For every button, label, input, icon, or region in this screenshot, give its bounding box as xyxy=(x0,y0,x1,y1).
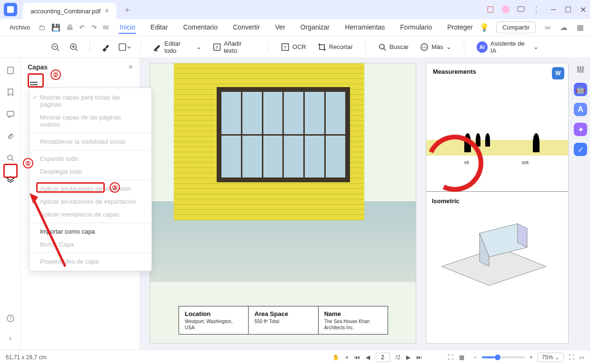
highlighter-icon[interactable] xyxy=(99,39,113,55)
share-button[interactable]: Compartir xyxy=(496,21,536,33)
last-page-icon[interactable]: ⏭ xyxy=(416,354,422,361)
document-tab[interactable]: accounting_Combinar.pdf × xyxy=(23,3,117,19)
fullscreen-icon[interactable]: ⛶ xyxy=(569,354,574,361)
svg-point-21 xyxy=(426,47,427,48)
menu-herramientas[interactable]: Herramientas xyxy=(344,21,386,34)
crop-button[interactable]: Recortar xyxy=(314,41,357,53)
menu-organizar[interactable]: Organizar xyxy=(300,21,330,34)
shape-dropdown-icon[interactable] xyxy=(117,39,132,55)
collapse-panel-icon[interactable]: ‹ xyxy=(5,333,16,344)
menu-formulario[interactable]: Formulario xyxy=(399,21,433,34)
more-options-icon[interactable]: ⋮ xyxy=(532,5,540,14)
first-page-icon[interactable]: ⏮ xyxy=(354,354,360,361)
area-val: 550 ft² Total xyxy=(254,318,312,325)
view-mode-icon[interactable]: ▦ xyxy=(459,354,464,361)
reading-mode-icon[interactable]: ▭ xyxy=(579,354,584,361)
settings-sliders-icon[interactable] xyxy=(574,63,587,76)
avatar-icon[interactable] xyxy=(501,5,510,14)
svg-point-39 xyxy=(580,70,581,72)
menu-convertir[interactable]: Convertir xyxy=(232,21,261,34)
bookmarks-icon[interactable] xyxy=(5,87,16,98)
save-icon[interactable]: 💾 xyxy=(51,23,60,32)
menu-expand-all[interactable]: Expandir todo xyxy=(30,152,151,165)
menu-file[interactable]: Archivo xyxy=(6,22,34,33)
next-page-icon[interactable]: ▶ xyxy=(406,354,410,361)
open-file-icon[interactable]: 🗀 xyxy=(39,23,46,32)
undo-icon[interactable]: ↶ xyxy=(79,23,85,32)
menu-ver[interactable]: Ver xyxy=(274,21,286,34)
ocr-button[interactable]: T OCR xyxy=(277,41,310,53)
toolbar: Editar todo ⌄ T Añadir texto T OCR Recor… xyxy=(0,36,590,58)
coords-label: 61,71 x 29,7 cm xyxy=(6,354,46,361)
hand-tool-icon[interactable]: ✋ xyxy=(332,354,340,361)
menu-reset-visibility[interactable]: Restablecer la visibilidad inicial xyxy=(30,135,151,148)
zoom-in-icon[interactable] xyxy=(66,39,81,55)
close-tab-icon[interactable]: × xyxy=(104,7,109,15)
fit-page-icon[interactable]: ⛶ xyxy=(448,354,453,361)
dim-30ft: 30ft xyxy=(521,160,529,165)
minimize-button[interactable]: ─ xyxy=(551,5,556,14)
redo-icon[interactable]: ↷ xyxy=(91,23,97,32)
attachments-icon[interactable] xyxy=(5,130,16,142)
menu-delete-layer[interactable]: Borrar Capa xyxy=(30,238,151,251)
menu-layer-properties[interactable]: Propiedades de capa xyxy=(30,255,151,268)
add-text-button[interactable]: T Añadir texto xyxy=(209,38,260,56)
app-logo[interactable] xyxy=(4,3,17,16)
menu-show-all-pages[interactable]: Mostrar capas para todas las páginas xyxy=(30,91,151,111)
cloud-icon[interactable]: ☁ xyxy=(560,23,568,32)
prev-page-icon[interactable]: ◀ xyxy=(366,354,370,361)
document-viewport[interactable]: Location Westport, Washington, USA Area … xyxy=(140,58,590,350)
grid-icon[interactable]: ▦ xyxy=(576,23,584,32)
word-export-icon[interactable]: W xyxy=(552,67,564,79)
zoom-slider[interactable] xyxy=(482,356,525,358)
mail-icon[interactable]: ✉ xyxy=(103,23,109,32)
zoom-out-icon[interactable] xyxy=(48,39,62,55)
help-icon[interactable]: ? xyxy=(5,313,16,324)
app-a-icon[interactable]: A xyxy=(574,103,587,116)
menu-proteger[interactable]: Proteger xyxy=(446,21,474,34)
chat-icon[interactable] xyxy=(517,5,525,14)
checklist-icon[interactable]: ✓ xyxy=(574,143,587,156)
menu-apply-replace[interactable]: Aplicar reemplazos de capas xyxy=(30,208,151,221)
zoom-out-btn[interactable]: − xyxy=(474,354,477,361)
edit-all-button[interactable]: Editar todo ⌄ xyxy=(150,38,205,56)
thumbnails-icon[interactable] xyxy=(5,65,16,76)
zoom-controls: − + 75% ⌄ ⛶ ▭ xyxy=(474,353,584,362)
comments-icon[interactable] xyxy=(5,108,16,120)
more-icon xyxy=(420,43,429,51)
search-panel-icon[interactable] xyxy=(5,152,16,164)
tab-title: accounting_Combinar.pdf xyxy=(30,8,100,15)
close-panel-icon[interactable]: × xyxy=(129,63,133,71)
maximize-button[interactable]: ☐ xyxy=(565,5,571,14)
zoom-in-btn[interactable]: + xyxy=(530,354,533,361)
menu-comentario[interactable]: Comentario xyxy=(182,21,219,34)
menu-apply-export[interactable]: Aplicar anulaciones de exportación xyxy=(30,195,151,208)
isometric-title: Isometric xyxy=(432,197,562,205)
add-tab-button[interactable]: ＋ xyxy=(120,3,134,16)
page-current-input[interactable] xyxy=(376,353,390,362)
svg-text:T: T xyxy=(284,45,287,50)
notification-icon[interactable] xyxy=(486,5,495,14)
menu-show-visible[interactable]: Mostrar capas de las páginas visibles xyxy=(30,111,151,131)
menu-inicio[interactable]: Inicio xyxy=(119,21,136,34)
search-button[interactable]: Buscar xyxy=(374,41,412,53)
layers-icon[interactable] xyxy=(5,174,16,186)
menu-import-as-layer[interactable]: Importar como capa xyxy=(30,225,151,238)
svg-point-16 xyxy=(380,44,384,49)
menu-editar[interactable]: Editar xyxy=(150,21,169,34)
close-button[interactable]: ✕ xyxy=(580,5,586,14)
svg-line-17 xyxy=(384,49,386,50)
menu-apply-print[interactable]: Aplicar anulaciones de impresión xyxy=(30,182,151,195)
ai-label: Asistente de IA xyxy=(490,40,530,54)
lightbulb-icon[interactable]: 💡 xyxy=(480,23,489,32)
svg-point-40 xyxy=(582,68,584,69)
print-icon[interactable]: 🖶 xyxy=(66,23,73,32)
extension-icon[interactable]: ✦ xyxy=(574,123,587,136)
menu-collapse-all[interactable]: Desplegar todo xyxy=(30,165,151,178)
share-link-icon[interactable]: ⫘ xyxy=(543,23,552,32)
ai-assistant-button[interactable]: AI Asistente de IA ⌄ xyxy=(473,38,542,56)
ai-chat-icon[interactable]: 🤖 xyxy=(574,83,587,96)
select-tool-icon[interactable]: ⌖ xyxy=(345,354,349,361)
zoom-percent[interactable]: 75% ⌄ xyxy=(538,353,564,362)
more-button[interactable]: Más ⌄ xyxy=(416,41,455,53)
